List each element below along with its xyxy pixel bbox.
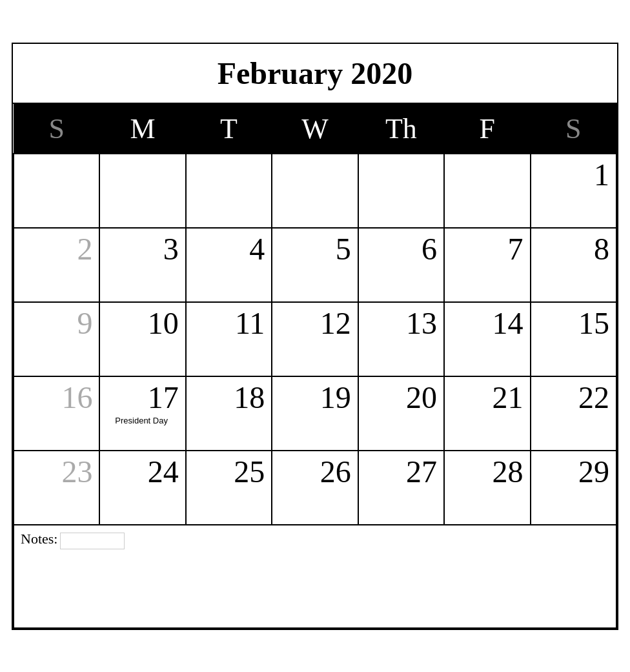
- calendar-body: 1234567891011121314151617President Day18…: [14, 154, 616, 628]
- day-number: 22: [535, 381, 609, 415]
- calendar-day-cell: 10: [99, 302, 185, 376]
- calendar-day-cell: 18: [186, 376, 272, 451]
- calendar-day-cell: 14: [444, 302, 530, 376]
- calendar-day-cell: 12: [272, 302, 358, 376]
- day-number: 27: [363, 455, 437, 489]
- day-number: 25: [190, 455, 265, 489]
- calendar-day-cell: 15: [531, 302, 616, 376]
- day-number: 7: [449, 232, 523, 267]
- calendar-day-cell: [272, 154, 358, 228]
- calendar-day-cell: [186, 154, 272, 228]
- calendar-day-cell: 25: [186, 451, 272, 525]
- calendar-title: February 2020: [13, 44, 617, 104]
- day-number: 19: [276, 381, 351, 415]
- calendar-day-cell: 21: [444, 376, 530, 451]
- notes-row: Notes:: [14, 525, 616, 628]
- calendar-day-cell: [14, 154, 99, 228]
- day-event-label: President Day: [104, 416, 178, 425]
- calendar-week-row: 1: [14, 154, 616, 228]
- day-number: 14: [449, 307, 523, 341]
- day-number: 24: [104, 455, 178, 489]
- calendar-day-cell: 29: [531, 451, 616, 525]
- calendar-day-cell: 19: [272, 376, 358, 451]
- header-monday: M: [99, 104, 185, 154]
- notes-input[interactable]: [60, 533, 125, 549]
- calendar-day-cell: 1: [531, 154, 616, 228]
- calendar-day-cell: 2: [14, 228, 99, 302]
- day-number: 16: [18, 381, 92, 415]
- calendar-day-cell: [444, 154, 530, 228]
- calendar-day-cell: 6: [358, 228, 444, 302]
- header-friday: F: [444, 104, 530, 154]
- day-number: 9: [18, 307, 92, 341]
- calendar-day-cell: 8: [531, 228, 616, 302]
- calendar-day-cell: 11: [186, 302, 272, 376]
- calendar-day-cell: 26: [272, 451, 358, 525]
- calendar-day-cell: 4: [186, 228, 272, 302]
- calendar-grid: S M T W Th F S 1234567891011121314151617…: [13, 104, 617, 629]
- day-number: 5: [276, 232, 351, 267]
- calendar-day-cell: 5: [272, 228, 358, 302]
- calendar-week-row: 1617President Day1819202122: [14, 376, 616, 451]
- calendar-day-cell: 17President Day: [99, 376, 185, 451]
- calendar-container: February 2020 S M T W Th F S 12345678910…: [12, 43, 618, 630]
- day-number: 15: [535, 307, 609, 341]
- day-number: 26: [276, 455, 351, 489]
- calendar-day-cell: 9: [14, 302, 99, 376]
- day-number: 4: [190, 232, 265, 267]
- day-number: 23: [18, 455, 92, 489]
- day-number: 8: [535, 232, 609, 267]
- calendar-day-cell: 24: [99, 451, 185, 525]
- day-number: 13: [363, 307, 437, 341]
- calendar-day-cell: 27: [358, 451, 444, 525]
- day-number: 12: [276, 307, 351, 341]
- day-number: 3: [104, 232, 178, 267]
- calendar-week-row: 2345678: [14, 228, 616, 302]
- header-saturday: S: [531, 104, 616, 154]
- day-number: 2: [18, 232, 92, 267]
- calendar-week-row: 9101112131415: [14, 302, 616, 376]
- calendar-day-cell: 23: [14, 451, 99, 525]
- day-number: 6: [363, 232, 437, 267]
- notes-label: Notes:: [21, 531, 57, 547]
- calendar-day-cell: [358, 154, 444, 228]
- calendar-day-cell: 20: [358, 376, 444, 451]
- header-thursday: Th: [358, 104, 444, 154]
- day-number: 21: [449, 381, 523, 415]
- header-tuesday: T: [186, 104, 272, 154]
- header-wednesday: W: [272, 104, 358, 154]
- day-number: 17: [104, 381, 178, 415]
- calendar-day-cell: 16: [14, 376, 99, 451]
- day-number: 11: [190, 307, 265, 341]
- calendar-day-cell: 22: [531, 376, 616, 451]
- day-number: 28: [449, 455, 523, 489]
- day-number: 29: [535, 455, 609, 489]
- calendar-day-cell: 7: [444, 228, 530, 302]
- day-number: 1: [535, 158, 609, 192]
- day-number: 18: [190, 381, 265, 415]
- day-header-row: S M T W Th F S: [14, 104, 616, 154]
- day-number: 10: [104, 307, 178, 341]
- calendar-day-cell: 28: [444, 451, 530, 525]
- calendar-week-row: 23242526272829: [14, 451, 616, 525]
- notes-cell: Notes:: [14, 525, 616, 628]
- calendar-day-cell: 3: [99, 228, 185, 302]
- day-number: 20: [363, 381, 437, 415]
- calendar-day-cell: [99, 154, 185, 228]
- calendar-day-cell: 13: [358, 302, 444, 376]
- header-sunday: S: [14, 104, 99, 154]
